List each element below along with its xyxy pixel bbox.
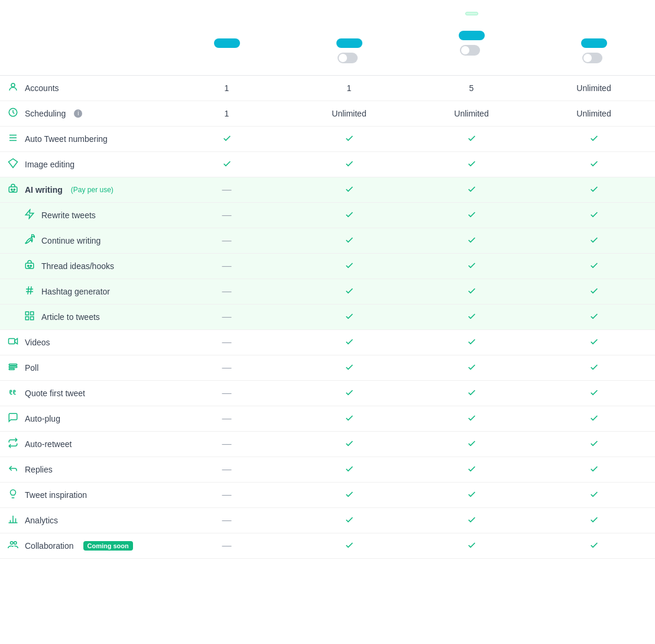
feature-label: Replies: [25, 465, 53, 474]
check-icon: [467, 339, 476, 348]
check-icon: [589, 186, 599, 196]
feature-value-cell: [533, 177, 655, 203]
cta-creator[interactable]: [459, 31, 485, 40]
leaf-icon: [24, 234, 35, 247]
feature-row: Auto-retweet—: [0, 432, 655, 457]
feature-value-cell: [533, 203, 655, 228]
feature-name-cell: CollaborationComing soon: [0, 533, 166, 559]
recommended-badge: [465, 12, 478, 15]
dash-indicator: —: [222, 261, 232, 271]
dash-indicator: —: [222, 490, 232, 500]
feature-value-cell: [533, 305, 655, 330]
bulb-icon: [7, 488, 19, 501]
cell-text: 1: [225, 109, 229, 118]
feature-value-cell: Unlimited: [288, 101, 410, 127]
feature-label: Accounts: [25, 83, 59, 93]
toggle-solo[interactable]: [338, 53, 358, 63]
cta-enterprise[interactable]: [581, 38, 607, 48]
feature-value-cell: [410, 330, 533, 355]
dash-indicator: —: [222, 185, 232, 195]
pay-per-use-label: (Pay per use): [71, 186, 114, 194]
svg-rect-24: [9, 366, 17, 367]
cta-solo[interactable]: [336, 38, 362, 48]
bolt-icon: [24, 209, 35, 222]
check-icon: [345, 161, 354, 170]
feature-row: Auto Tweet numbering: [0, 127, 655, 152]
feature-value-cell: —: [166, 406, 288, 432]
cell-text: Unlimited: [454, 109, 488, 118]
feature-value-cell: —: [166, 457, 288, 483]
feature-row: Article to tweets—: [0, 305, 655, 330]
quote-icon: [7, 387, 19, 400]
diamond-icon: [7, 158, 19, 171]
check-icon: [467, 186, 476, 196]
check-icon: [589, 288, 599, 297]
feature-value-cell: [410, 254, 533, 279]
feature-value-cell: [533, 279, 655, 305]
dash-indicator: —: [222, 337, 232, 347]
feature-label: Image editing: [25, 160, 74, 169]
feature-value-cell: [533, 152, 655, 177]
feature-value-cell: [410, 457, 533, 483]
check-icon: [345, 135, 354, 145]
toggle-creator[interactable]: [460, 45, 480, 56]
check-icon: [345, 466, 354, 475]
feature-value-cell: Unlimited: [410, 101, 533, 127]
feature-value-cell: [410, 355, 533, 381]
feature-value-cell: [410, 152, 533, 177]
coming-soon-badge: Coming soon: [83, 541, 133, 551]
check-icon: [467, 415, 476, 425]
svg-rect-20: [31, 317, 34, 320]
check-icon: [345, 517, 354, 526]
check-icon: [589, 313, 599, 323]
feature-label: Videos: [25, 338, 50, 347]
feature-label: Auto-plug: [25, 414, 60, 423]
check-icon: [345, 313, 354, 323]
check-icon: [589, 517, 599, 526]
feature-value-cell: [410, 279, 533, 305]
feature-value-cell: [288, 432, 410, 457]
check-icon: [345, 542, 354, 552]
check-icon: [345, 415, 354, 425]
feature-label: Collaboration: [25, 541, 74, 551]
check-icon: [467, 313, 476, 323]
feature-value-cell: [166, 127, 288, 152]
feature-value-cell: [533, 432, 655, 457]
cta-explore[interactable]: [214, 38, 240, 48]
feature-value-cell: —: [166, 228, 288, 254]
check-icon: [345, 186, 354, 196]
check-icon: [345, 237, 354, 247]
feature-table: Accounts115UnlimitedSchedulingi1Unlimite…: [0, 76, 655, 559]
check-icon: [467, 135, 476, 145]
feature-row: Continue writing—: [0, 228, 655, 254]
feature-row: Image editing: [0, 152, 655, 177]
retweet-icon: [7, 438, 19, 451]
check-icon: [589, 161, 599, 170]
feature-value-cell: —: [166, 355, 288, 381]
feature-value-cell: [410, 533, 533, 559]
feature-value-cell: [410, 483, 533, 508]
feature-label: Tweet inspiration: [25, 490, 87, 500]
svg-rect-18: [31, 312, 34, 315]
feature-value-cell: 1: [288, 76, 410, 101]
billing-toggle-solo: [294, 53, 404, 63]
info-icon[interactable]: i: [74, 109, 82, 118]
feature-value-cell: [288, 508, 410, 533]
check-icon: [589, 135, 599, 145]
feature-name-cell: Quote first tweet: [0, 381, 166, 406]
check-icon: [589, 390, 599, 399]
toggle-enterprise[interactable]: [582, 53, 602, 63]
feature-name-cell: Poll: [0, 355, 166, 381]
feature-value-cell: —: [166, 381, 288, 406]
check-icon: [467, 288, 476, 297]
chat-icon: [7, 412, 19, 425]
feature-value-cell: —: [166, 305, 288, 330]
feature-value-cell: Unlimited: [533, 76, 655, 101]
svg-point-26: [10, 390, 12, 392]
cell-text: 1: [347, 83, 352, 93]
svg-rect-21: [9, 339, 15, 344]
feature-value-cell: [410, 406, 533, 432]
check-icon: [467, 441, 476, 450]
svg-marker-9: [25, 210, 34, 219]
svg-line-15: [28, 286, 29, 295]
